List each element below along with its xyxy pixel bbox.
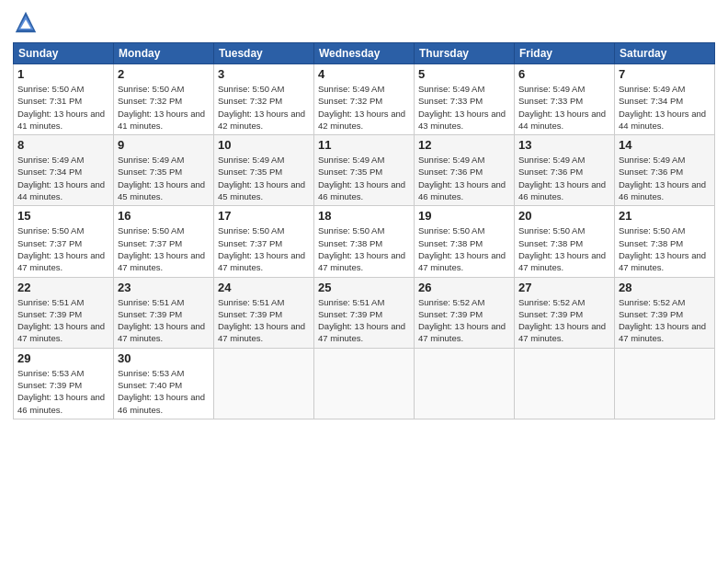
day-cell-27: 27Sunrise: 5:52 AMSunset: 7:39 PMDayligh… bbox=[515, 277, 615, 348]
day-number: 24 bbox=[218, 281, 310, 294]
day-cell-21: 21Sunrise: 5:50 AMSunset: 7:38 PMDayligh… bbox=[615, 206, 715, 277]
day-info: Sunrise: 5:52 AMSunset: 7:39 PMDaylight:… bbox=[518, 296, 610, 345]
day-info: Sunrise: 5:50 AMSunset: 7:32 PMDaylight:… bbox=[218, 83, 310, 132]
day-number: 13 bbox=[518, 138, 610, 152]
logo-icon bbox=[13, 9, 39, 35]
day-info: Sunrise: 5:50 AMSunset: 7:38 PMDaylight:… bbox=[619, 224, 711, 273]
day-number: 28 bbox=[619, 281, 711, 294]
day-info: Sunrise: 5:51 AMSunset: 7:39 PMDaylight:… bbox=[218, 296, 310, 345]
day-info: Sunrise: 5:52 AMSunset: 7:39 PMDaylight:… bbox=[619, 296, 711, 345]
calendar-week-1: 1Sunrise: 5:50 AMSunset: 7:31 PMDaylight… bbox=[14, 64, 715, 135]
day-cell-29: 29Sunrise: 5:53 AMSunset: 7:39 PMDayligh… bbox=[14, 348, 114, 419]
day-number: 30 bbox=[118, 351, 210, 365]
weekday-sunday: Sunday bbox=[14, 43, 114, 64]
day-number: 9 bbox=[118, 138, 210, 152]
day-number: 10 bbox=[218, 138, 310, 152]
day-number: 8 bbox=[17, 138, 109, 152]
day-info: Sunrise: 5:50 AMSunset: 7:37 PMDaylight:… bbox=[118, 224, 210, 273]
page-header bbox=[13, 9, 715, 35]
day-cell-25: 25Sunrise: 5:51 AMSunset: 7:39 PMDayligh… bbox=[314, 277, 415, 348]
day-cell-6: 6Sunrise: 5:49 AMSunset: 7:33 PMDaylight… bbox=[515, 64, 615, 135]
day-cell-20: 20Sunrise: 5:50 AMSunset: 7:38 PMDayligh… bbox=[515, 206, 615, 277]
day-info: Sunrise: 5:51 AMSunset: 7:39 PMDaylight:… bbox=[318, 296, 410, 345]
day-info: Sunrise: 5:49 AMSunset: 7:32 PMDaylight:… bbox=[318, 83, 410, 132]
day-number: 15 bbox=[17, 209, 109, 223]
day-info: Sunrise: 5:50 AMSunset: 7:32 PMDaylight:… bbox=[118, 83, 210, 132]
day-number: 20 bbox=[518, 209, 610, 223]
weekday-header-row: SundayMondayTuesdayWednesdayThursdayFrid… bbox=[14, 43, 715, 64]
empty-cell bbox=[515, 348, 615, 419]
day-number: 26 bbox=[418, 281, 510, 294]
day-cell-17: 17Sunrise: 5:50 AMSunset: 7:37 PMDayligh… bbox=[214, 206, 314, 277]
day-info: Sunrise: 5:50 AMSunset: 7:37 PMDaylight:… bbox=[218, 224, 310, 273]
day-cell-13: 13Sunrise: 5:49 AMSunset: 7:36 PMDayligh… bbox=[515, 135, 615, 206]
calendar-week-4: 22Sunrise: 5:51 AMSunset: 7:39 PMDayligh… bbox=[14, 277, 715, 348]
day-cell-11: 11Sunrise: 5:49 AMSunset: 7:35 PMDayligh… bbox=[314, 135, 415, 206]
day-number: 27 bbox=[518, 281, 610, 294]
day-cell-5: 5Sunrise: 5:49 AMSunset: 7:33 PMDaylight… bbox=[415, 64, 515, 135]
day-cell-12: 12Sunrise: 5:49 AMSunset: 7:36 PMDayligh… bbox=[415, 135, 515, 206]
day-info: Sunrise: 5:49 AMSunset: 7:33 PMDaylight:… bbox=[418, 83, 510, 132]
day-number: 17 bbox=[218, 209, 310, 223]
day-cell-23: 23Sunrise: 5:51 AMSunset: 7:39 PMDayligh… bbox=[114, 277, 214, 348]
day-cell-9: 9Sunrise: 5:49 AMSunset: 7:35 PMDaylight… bbox=[114, 135, 214, 206]
day-info: Sunrise: 5:52 AMSunset: 7:39 PMDaylight:… bbox=[418, 296, 510, 345]
weekday-thursday: Thursday bbox=[415, 43, 515, 64]
weekday-saturday: Saturday bbox=[615, 43, 715, 64]
day-number: 11 bbox=[318, 138, 410, 152]
day-cell-26: 26Sunrise: 5:52 AMSunset: 7:39 PMDayligh… bbox=[415, 277, 515, 348]
empty-cell bbox=[214, 348, 314, 419]
day-info: Sunrise: 5:49 AMSunset: 7:36 PMDaylight:… bbox=[418, 154, 510, 202]
weekday-monday: Monday bbox=[114, 43, 214, 64]
day-number: 25 bbox=[318, 281, 410, 294]
day-info: Sunrise: 5:49 AMSunset: 7:36 PMDaylight:… bbox=[518, 154, 610, 202]
day-info: Sunrise: 5:49 AMSunset: 7:34 PMDaylight:… bbox=[619, 83, 711, 132]
day-number: 23 bbox=[118, 281, 210, 294]
day-info: Sunrise: 5:50 AMSunset: 7:31 PMDaylight:… bbox=[17, 83, 109, 132]
day-cell-24: 24Sunrise: 5:51 AMSunset: 7:39 PMDayligh… bbox=[214, 277, 314, 348]
weekday-tuesday: Tuesday bbox=[214, 43, 314, 64]
day-cell-2: 2Sunrise: 5:50 AMSunset: 7:32 PMDaylight… bbox=[114, 64, 214, 135]
day-cell-28: 28Sunrise: 5:52 AMSunset: 7:39 PMDayligh… bbox=[615, 277, 715, 348]
day-cell-16: 16Sunrise: 5:50 AMSunset: 7:37 PMDayligh… bbox=[114, 206, 214, 277]
calendar-week-5: 29Sunrise: 5:53 AMSunset: 7:39 PMDayligh… bbox=[14, 348, 715, 419]
day-info: Sunrise: 5:50 AMSunset: 7:38 PMDaylight:… bbox=[318, 224, 410, 273]
day-info: Sunrise: 5:51 AMSunset: 7:39 PMDaylight:… bbox=[17, 296, 109, 345]
day-number: 4 bbox=[318, 67, 410, 81]
calendar-table: SundayMondayTuesdayWednesdayThursdayFrid… bbox=[13, 42, 715, 419]
day-info: Sunrise: 5:51 AMSunset: 7:39 PMDaylight:… bbox=[118, 296, 210, 345]
day-info: Sunrise: 5:50 AMSunset: 7:37 PMDaylight:… bbox=[17, 224, 109, 273]
day-number: 12 bbox=[418, 138, 510, 152]
weekday-friday: Friday bbox=[515, 43, 615, 64]
empty-cell bbox=[615, 348, 715, 419]
weekday-wednesday: Wednesday bbox=[314, 43, 415, 64]
day-info: Sunrise: 5:49 AMSunset: 7:35 PMDaylight:… bbox=[218, 154, 310, 202]
day-number: 6 bbox=[518, 67, 610, 81]
day-number: 2 bbox=[118, 67, 210, 81]
day-number: 16 bbox=[118, 209, 210, 223]
day-info: Sunrise: 5:50 AMSunset: 7:38 PMDaylight:… bbox=[518, 224, 610, 273]
day-info: Sunrise: 5:49 AMSunset: 7:35 PMDaylight:… bbox=[318, 154, 410, 202]
day-number: 1 bbox=[17, 67, 109, 81]
empty-cell bbox=[314, 348, 415, 419]
day-number: 3 bbox=[218, 67, 310, 81]
day-cell-22: 22Sunrise: 5:51 AMSunset: 7:39 PMDayligh… bbox=[14, 277, 114, 348]
day-info: Sunrise: 5:49 AMSunset: 7:36 PMDaylight:… bbox=[619, 154, 711, 202]
day-cell-10: 10Sunrise: 5:49 AMSunset: 7:35 PMDayligh… bbox=[214, 135, 314, 206]
day-cell-18: 18Sunrise: 5:50 AMSunset: 7:38 PMDayligh… bbox=[314, 206, 415, 277]
day-cell-7: 7Sunrise: 5:49 AMSunset: 7:34 PMDaylight… bbox=[615, 64, 715, 135]
empty-cell bbox=[415, 348, 515, 419]
day-number: 19 bbox=[418, 209, 510, 223]
day-cell-30: 30Sunrise: 5:53 AMSunset: 7:40 PMDayligh… bbox=[114, 348, 214, 419]
day-info: Sunrise: 5:49 AMSunset: 7:34 PMDaylight:… bbox=[17, 154, 109, 202]
day-cell-15: 15Sunrise: 5:50 AMSunset: 7:37 PMDayligh… bbox=[14, 206, 114, 277]
day-number: 29 bbox=[17, 351, 109, 365]
day-number: 22 bbox=[17, 281, 109, 294]
calendar-week-3: 15Sunrise: 5:50 AMSunset: 7:37 PMDayligh… bbox=[14, 206, 715, 277]
day-info: Sunrise: 5:49 AMSunset: 7:35 PMDaylight:… bbox=[118, 154, 210, 202]
day-cell-8: 8Sunrise: 5:49 AMSunset: 7:34 PMDaylight… bbox=[14, 135, 114, 206]
day-cell-14: 14Sunrise: 5:49 AMSunset: 7:36 PMDayligh… bbox=[615, 135, 715, 206]
day-info: Sunrise: 5:50 AMSunset: 7:38 PMDaylight:… bbox=[418, 224, 510, 273]
day-info: Sunrise: 5:49 AMSunset: 7:33 PMDaylight:… bbox=[518, 83, 610, 132]
day-number: 7 bbox=[619, 67, 711, 81]
